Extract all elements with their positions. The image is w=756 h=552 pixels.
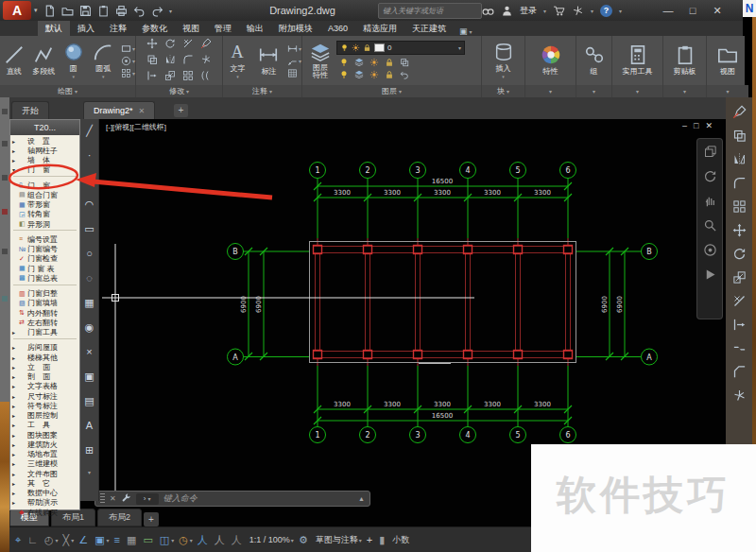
panel-title-draw[interactable]: 绘图 ▾	[0, 85, 135, 97]
palette-item[interactable]: ≡ 编号设置	[10, 234, 79, 244]
palette-item[interactable]: ▸ 符号标注	[10, 401, 79, 410]
palette-item[interactable]: ✓ 门窗检查	[10, 254, 79, 264]
fillet-icon[interactable]	[182, 54, 194, 65]
palette-item[interactable]	[13, 285, 77, 288]
block-icon[interactable]: ⊞	[85, 444, 94, 457]
table-icon[interactable]: ▤	[84, 395, 94, 407]
palette-item[interactable]: ▸ 其 它	[10, 478, 79, 488]
circle-tool[interactable]: 圆▾	[60, 42, 88, 79]
arc-icon[interactable]: ◠	[85, 198, 94, 211]
explode-icon[interactable]	[200, 54, 212, 65]
palette-item[interactable]: ◲ 转角窗	[10, 210, 79, 219]
qat-dropdown-icon[interactable]: ▾	[169, 8, 172, 14]
selection-cycling-icon[interactable]: ▭	[143, 535, 154, 545]
array-icon[interactable]	[182, 70, 194, 81]
palette-item[interactable]: ▸ 工 具	[10, 421, 79, 430]
ribbon-tab[interactable]: 插入	[70, 21, 102, 36]
line-tool[interactable]: 直线	[0, 44, 28, 77]
palette-item[interactable]: ▦ 带形窗	[10, 200, 79, 210]
leader-tool[interactable]: ▾	[287, 56, 301, 66]
chevron-down-icon[interactable]: ▾	[543, 8, 546, 14]
scroll-down-icon[interactable]: ▾	[88, 469, 91, 475]
clipboard-tool[interactable]: 剪贴板	[664, 44, 706, 77]
text-tool[interactable]: 文字▾	[223, 42, 252, 79]
rotate-icon[interactable]	[732, 247, 747, 261]
chevron-down-icon[interactable]: ▾	[619, 8, 622, 14]
print-icon[interactable]	[115, 5, 128, 17]
mirror-icon[interactable]	[732, 152, 747, 166]
search-icon[interactable]	[482, 5, 494, 17]
viewport-controls-label[interactable]: [-][俯视][二维线框]	[106, 122, 166, 132]
redo-icon[interactable]	[151, 5, 163, 17]
panel-title-layers[interactable]: 图层 ▾	[302, 85, 481, 97]
palette-item[interactable]: ▸ 房间屋顶	[10, 343, 79, 353]
arc-tool[interactable]: 圆弧▾	[90, 42, 118, 79]
ribbon-tab[interactable]: 精选应用	[355, 21, 404, 36]
line-icon[interactable]: ╱	[86, 125, 93, 137]
region-icon[interactable]: ▣	[84, 371, 94, 383]
close-icon[interactable]: ✕	[110, 494, 116, 503]
views-tool[interactable]: 视图	[713, 44, 744, 77]
help-icon[interactable]: ?	[600, 5, 612, 17]
palette-item[interactable]: ▥ 门窗归整	[10, 289, 79, 299]
revision-cloud-icon[interactable]: ◌	[86, 272, 93, 285]
panel-title-properties[interactable]: ▾	[525, 85, 576, 97]
isodraft-icon[interactable]: ╳▾	[63, 535, 75, 545]
rectangle-icon[interactable]: ▭	[84, 223, 94, 235]
viewport-minimize-icon[interactable]: ‒	[682, 121, 687, 130]
showmotion-icon[interactable]	[703, 267, 717, 282]
palette-item[interactable]: ◆ 在线购买	[10, 508, 79, 517]
move-icon[interactable]	[146, 38, 158, 49]
panel-title-modify[interactable]: 修改 ▾	[136, 85, 222, 97]
move-icon[interactable]	[732, 223, 747, 237]
layer-unlock-icon[interactable]	[385, 70, 394, 79]
panel-title-annotate[interactable]: 注释 ▾	[223, 85, 301, 97]
new-layout-button[interactable]: +	[144, 512, 159, 526]
workspace-gear-icon[interactable]: ⚙	[299, 535, 310, 545]
undo-icon[interactable]	[133, 5, 146, 17]
palette-item[interactable]	[13, 230, 77, 233]
layer-dropdown[interactable]: 0 ▾	[336, 41, 465, 55]
palette-item[interactable]: ⇄ 左右翻转	[10, 318, 79, 327]
annotation-person-icon[interactable]: 人	[232, 535, 244, 545]
break-icon[interactable]	[732, 341, 747, 355]
palette-item[interactable]: ▸ 三维建模	[10, 459, 79, 469]
palette-item[interactable]: ▸ 图层控制	[10, 411, 79, 421]
layer-prev-icon[interactable]	[400, 70, 409, 79]
plot-stamp-icon[interactable]	[97, 5, 110, 17]
dimension-tool[interactable]: 标注	[254, 44, 284, 77]
palette-item[interactable]: № 门窗编号	[10, 245, 79, 254]
point-icon[interactable]: ·	[88, 149, 92, 162]
ribbon-tab[interactable]: 天正建筑	[404, 21, 454, 36]
palette-item[interactable]	[13, 176, 77, 180]
palette-item[interactable]: ▨ 门窗填墙	[10, 299, 79, 308]
palette-item[interactable]: ▸ 场地布置	[10, 450, 79, 459]
polar-tracking-icon[interactable]: ◴▾	[44, 535, 59, 545]
trim-icon[interactable]	[732, 294, 747, 308]
annotation-monitor-icon[interactable]: +	[367, 535, 374, 545]
object-snap-icon[interactable]: ▣▾	[94, 535, 109, 545]
circle-icon[interactable]: ○	[86, 248, 93, 260]
palette-item[interactable]: ▸ 楼梯其他	[10, 353, 79, 362]
fillet-icon[interactable]	[732, 176, 747, 190]
palette-item[interactable]: ▤ 组合门窗	[10, 190, 79, 199]
sign-in-link[interactable]: 登录	[520, 5, 537, 17]
layer-freeze-icon[interactable]	[369, 58, 379, 67]
command-input[interactable]: 键入命令	[163, 492, 198, 505]
layer-properties-tool[interactable]: 图层特性	[306, 43, 335, 79]
panel-title-group[interactable]: ▾	[576, 85, 611, 97]
palette-item[interactable]: ▸ 轴网柱子	[10, 146, 79, 155]
layout-tab[interactable]: 布局2	[97, 509, 142, 526]
viewcube-icon[interactable]	[703, 145, 717, 159]
open-file-icon[interactable]	[61, 5, 74, 17]
palette-item[interactable]: ▸ 数据中心	[10, 489, 79, 498]
palette-item[interactable]: ▯ 门 窗	[10, 181, 79, 190]
palette-item[interactable]: ▸ 门窗工具	[10, 328, 79, 337]
erase-icon[interactable]	[200, 38, 212, 49]
panel-title-clipboard[interactable]: ▾	[663, 85, 706, 97]
properties-tool[interactable]: 特性	[535, 44, 566, 77]
palette-item[interactable]: ▸ 尺寸标注	[10, 391, 79, 401]
customize-wrench-icon[interactable]	[121, 493, 131, 504]
palette-item[interactable]	[13, 338, 77, 342]
spline-icon[interactable]: ∿	[85, 174, 94, 186]
